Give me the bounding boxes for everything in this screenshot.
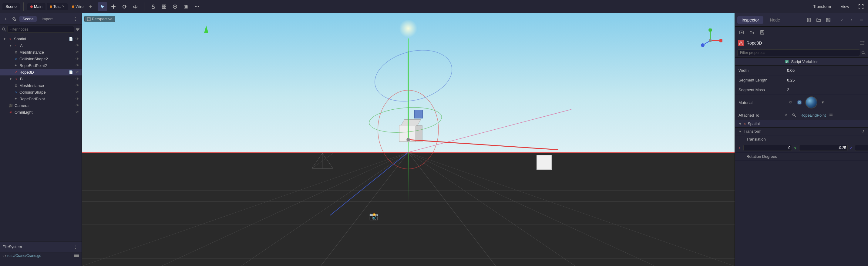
add-node-btn[interactable]: + [2,16,9,23]
test-tab-close[interactable]: ✕ [62,4,65,8]
x-input[interactable] [743,145,792,151]
material-preview[interactable] [805,96,817,108]
import-tab-btn[interactable]: Import [38,16,56,22]
re2-eye[interactable]: 👁 [75,63,79,68]
attach-icon[interactable] [829,113,833,118]
new-file-btn[interactable] [805,16,813,24]
tab-main[interactable]: Main [27,3,45,10]
attached-type-btn[interactable] [790,112,797,119]
scene-tab-btn[interactable]: Scene [20,16,37,22]
y-input[interactable] [799,145,848,151]
more-options-btn[interactable] [192,2,202,11]
node-tab[interactable]: Node [766,16,784,24]
a-eye[interactable]: 👁 [75,43,79,47]
filesystem-layout-btn[interactable] [74,254,79,258]
material-dropdown-arrow[interactable]: ▼ [821,100,825,104]
omni-eye[interactable]: 👁 [75,110,79,114]
b-arrow: ▼ [8,77,13,81]
scene-menu-dots[interactable]: ⋮ [72,16,79,22]
script-icon [784,59,789,64]
tab-test[interactable]: Test ✕ [47,3,68,10]
tree-item-b[interactable]: ▼ ○ B 👁 [0,75,82,82]
scene-tabs: Scene Main Test ✕ Wire + [0,0,96,13]
grid-btn[interactable] [159,2,168,11]
save-scene-btn[interactable] [758,28,766,37]
b-eye[interactable]: 👁 [75,77,79,81]
svg-rect-10 [152,7,154,8]
perspective-icon [87,17,91,21]
rotate-tool-btn[interactable] [120,2,129,11]
select-tool-btn[interactable] [98,2,107,11]
link-btn[interactable] [11,16,18,23]
svg-point-95 [862,51,864,54]
viewport-gizmo[interactable] [698,29,722,53]
tree-item-a[interactable]: ▼ ○ A 👁 [0,42,82,49]
material-reset-btn[interactable]: ↺ [787,99,794,106]
material-label: Material [739,100,787,105]
spatial-toggle[interactable]: ▼ [739,122,742,126]
attached-reset-btn[interactable]: ↺ [783,112,789,119]
mesh-eye[interactable]: 👁 [75,50,79,54]
tree-item-collision[interactable]: ○ CollisionShape 👁 [0,89,82,95]
a-arrow: ▼ [8,43,13,47]
open-scene-btn[interactable] [748,28,756,37]
top-bar: Scene Main Test ✕ Wire + [0,0,868,13]
main-cube [399,125,416,142]
perspective-label[interactable]: Perspective [84,16,115,22]
transform-reset-btn[interactable]: ↺ [861,129,864,134]
viewport[interactable]: Perspective [82,13,735,266]
filter-nodes-input[interactable] [7,26,74,33]
camera-btn[interactable] [181,2,190,11]
tree-item-spatial[interactable]: ▼ ○ Spatial 📄 👁 [0,35,82,42]
col2-eye[interactable]: 👁 [75,57,79,61]
transform-btn[interactable]: Transform [809,3,835,10]
transform-toggle[interactable]: ▼ [739,130,742,133]
omni-label: OmniLight [14,110,74,114]
inspector-menu-btn[interactable] [857,16,866,24]
r3d-eye[interactable]: 👁 [75,70,79,74]
tree-item-mesh-instance[interactable]: ⊠ MeshInstance 👁 [0,49,82,56]
right-panel: Inspector Node [735,13,868,266]
view-btn[interactable]: View [837,3,853,10]
inspector-tab[interactable]: Inspector [737,16,763,24]
add-tab-btn[interactable]: + [88,4,93,9]
tab-scene[interactable]: Scene [2,3,20,10]
mesh-b-eye[interactable]: 👁 [75,83,79,88]
move-tool-btn[interactable] [109,2,118,11]
tree-item-rope-end[interactable]: ✦ RopeEndPoint 👁 [0,95,82,102]
spatial-section-icon: ○ [744,122,746,126]
spatial-eye[interactable]: 👁 [75,37,79,41]
col2-label: CollisionShape2 [20,57,74,61]
filesystem-title: FileSystem [2,244,22,249]
lock-btn[interactable] [149,2,158,11]
re-label: RopeEndPoint [20,97,74,101]
scale-tool-btn[interactable] [131,2,140,11]
tab-wire[interactable]: Wire [69,3,87,10]
spatial-section-header: ▼ ○ Spatial [735,120,868,128]
material-new-btn[interactable] [796,99,803,106]
breadcrumb-right-arrow[interactable]: › [5,254,6,258]
snap-btn[interactable] [170,2,180,11]
save-file-btn[interactable] [824,16,833,24]
tree-item-rope-end2[interactable]: ✦ RopeEndPoint2 👁 [0,62,82,69]
re-eye[interactable]: 👁 [75,97,79,101]
transform-view-btns: Transform View [809,3,853,10]
breadcrumb-left-arrow[interactable]: ‹ [2,254,4,258]
fullscreen-btn[interactable] [857,2,866,11]
filter-props-input[interactable] [737,49,860,56]
nav-back-btn[interactable]: ‹ [838,16,846,24]
load-scene-btn[interactable] [737,28,746,37]
scene-tab-label: Scene [5,4,17,9]
cam-eye[interactable]: 👁 [75,103,79,107]
tree-item-camera[interactable]: 🎥 Camera 👁 [0,102,82,109]
tree-item-rope3d[interactable]: ↗ Rope3D 📄 👁 [0,69,82,75]
tree-item-mesh-b[interactable]: ⊠ MeshInstance 👁 [0,82,82,89]
tree-item-omnilight[interactable]: ☀ OmniLight 👁 [0,109,82,115]
z-input[interactable] [855,145,868,151]
nav-forward-btn[interactable]: › [847,16,856,24]
filesystem-menu[interactable]: ⋮ [72,244,79,250]
open-file-btn[interactable] [814,16,823,24]
col-eye[interactable]: 👁 [75,90,79,94]
a-label: A [20,43,74,48]
tree-item-collision2[interactable]: ○ CollisionShape2 👁 [0,56,82,62]
